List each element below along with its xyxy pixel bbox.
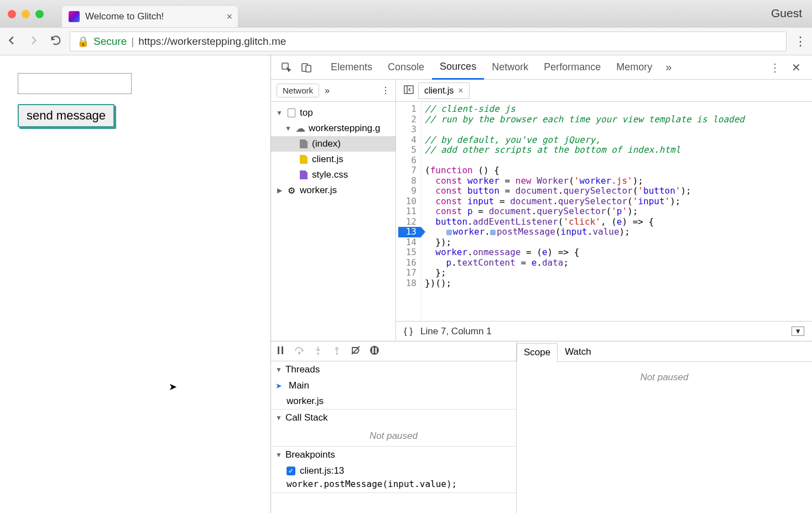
threads-header[interactable]: ▼ Threads — [271, 361, 516, 378]
send-message-button[interactable]: send message — [18, 104, 114, 127]
devtools-tabstrip: Elements Console Sources Network Perform… — [271, 55, 812, 80]
worker-icon: ⚙ — [287, 185, 296, 196]
toggle-console-icon[interactable]: ▼ — [792, 327, 804, 336]
close-devtools-icon[interactable]: ✕ — [786, 61, 806, 74]
address-bar: 🔒 Secure | https://workerstepping.glitch… — [0, 28, 812, 55]
tab-elements[interactable]: Elements — [323, 55, 380, 80]
step-into-button[interactable] — [313, 345, 323, 357]
breakpoint-item[interactable]: ✓ client.js:13 — [271, 463, 516, 479]
editor-tab-clientjs[interactable]: client.js × — [418, 82, 470, 99]
pause-button[interactable] — [275, 345, 285, 357]
tab-console[interactable]: Console — [380, 55, 432, 80]
pretty-print-icon[interactable]: { } — [404, 326, 413, 337]
svg-rect-5 — [278, 346, 279, 354]
tree-top[interactable]: ▼ top — [271, 105, 395, 121]
tree-file-clientjs[interactable]: client.js — [271, 152, 395, 167]
frame-icon — [288, 108, 295, 117]
document-icon — [300, 139, 308, 148]
lock-icon: 🔒 — [77, 35, 89, 48]
css-file-icon — [300, 170, 308, 179]
tab-performance[interactable]: Performance — [536, 55, 608, 80]
url-input[interactable]: 🔒 Secure | https://workerstepping.glitch… — [70, 32, 787, 51]
js-file-icon — [300, 155, 308, 164]
reload-button[interactable] — [50, 34, 62, 48]
navigator-dropdown[interactable]: Network — [277, 84, 319, 97]
breakpoint-code: worker.postMessage(input.value); — [271, 479, 516, 493]
pause-on-exceptions-button[interactable] — [369, 345, 379, 357]
svg-rect-13 — [376, 348, 377, 353]
deactivate-breakpoints-button[interactable] — [351, 345, 361, 357]
svg-rect-2 — [306, 65, 311, 72]
svg-point-9 — [336, 353, 338, 355]
secure-label: Secure — [93, 35, 127, 48]
breakpoints-header[interactable]: ▼ Breakpoints — [271, 447, 516, 463]
step-out-button[interactable] — [332, 345, 342, 357]
favicon-icon — [69, 11, 80, 22]
svg-point-11 — [370, 346, 379, 355]
more-tabs-icon[interactable]: » — [660, 61, 677, 74]
breakpoint-checkbox[interactable]: ✓ — [287, 467, 295, 475]
tab-sources[interactable]: Sources — [432, 55, 484, 80]
page-content: send message — [0, 55, 271, 513]
tree-worker[interactable]: ▶ ⚙ worker.js — [271, 183, 395, 198]
tree-domain[interactable]: ▼ ☁ workerstepping.glitch.me — [271, 121, 395, 136]
close-file-icon[interactable]: × — [458, 86, 463, 96]
devtools-panel: Elements Console Sources Network Perform… — [271, 55, 812, 513]
code-area[interactable]: 123456789101112131415161718 // client-si… — [396, 102, 812, 321]
svg-rect-6 — [282, 346, 283, 354]
tab-memory[interactable]: Memory — [608, 55, 660, 80]
browser-tab[interactable]: Welcome to Glitch! × — [62, 6, 238, 27]
devtools-menu-icon[interactable]: ⋮ — [764, 61, 786, 74]
window-titlebar: Welcome to Glitch! × Guest — [0, 0, 812, 28]
browser-menu-icon[interactable]: ⋮ — [794, 34, 806, 49]
device-toggle-icon[interactable] — [296, 62, 316, 73]
call-stack-header[interactable]: ▼ Call Stack — [271, 410, 516, 426]
svg-point-8 — [317, 353, 319, 355]
toggle-navigator-icon[interactable] — [399, 85, 418, 97]
step-over-button[interactable] — [294, 345, 304, 357]
tree-file-stylecss[interactable]: style.css — [271, 167, 395, 183]
tab-network[interactable]: Network — [484, 55, 536, 80]
close-tab-icon[interactable]: × — [226, 11, 232, 23]
svg-point-7 — [299, 353, 300, 354]
tab-title: Welcome to Glitch! — [85, 11, 164, 22]
maximize-window-button[interactable] — [35, 10, 44, 18]
sources-navigator: Network » ⋮ ▼ top ▼ ☁ — [271, 80, 396, 341]
back-button[interactable] — [6, 34, 18, 48]
minimize-window-button[interactable] — [22, 10, 30, 18]
tree-file-index[interactable]: (index) — [271, 136, 395, 152]
message-input[interactable] — [18, 73, 132, 94]
code-editor: client.js × 123456789101112131415161718 … — [396, 80, 812, 341]
watch-tab[interactable]: Watch — [558, 343, 598, 361]
call-stack-empty: Not paused — [271, 426, 516, 446]
scope-watch-panel: Scope Watch Not paused — [517, 341, 812, 513]
url-text: https://workerstepping.glitch.me — [138, 35, 286, 48]
cloud-icon: ☁ — [295, 122, 305, 134]
guest-label[interactable]: Guest — [771, 7, 802, 20]
scope-empty: Not paused — [517, 367, 812, 387]
svg-rect-12 — [372, 348, 374, 353]
scope-tab[interactable]: Scope — [517, 343, 558, 362]
thread-main[interactable]: Main — [271, 378, 516, 393]
thread-worker[interactable]: worker.js — [271, 393, 516, 409]
inspect-element-icon[interactable] — [277, 62, 296, 73]
close-window-button[interactable] — [8, 10, 16, 18]
debugger-panel: ▼ Threads Main worker.js ▼ Call Stack No… — [271, 341, 517, 513]
navigator-menu-icon[interactable]: ⋮ — [381, 85, 390, 96]
more-navigator-icon[interactable]: » — [325, 86, 330, 96]
cursor-position: Line 7, Column 1 — [420, 326, 492, 337]
forward-button[interactable] — [28, 34, 40, 48]
